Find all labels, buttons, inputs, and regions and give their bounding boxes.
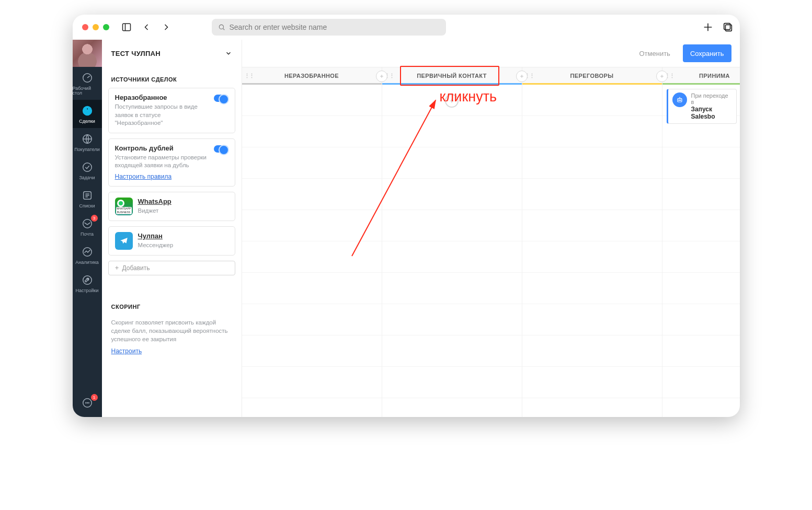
back-icon[interactable]: [139, 19, 154, 35]
address-placeholder: Search or enter website name: [230, 23, 327, 31]
duplicates-configure-link[interactable]: Настроить правила: [115, 173, 172, 180]
column-decision[interactable]: ⋮⋮ ПРИНИМА: [662, 67, 740, 84]
svg-point-17: [83, 276, 92, 285]
browser-window: Search or enter website name Рабочий сто…: [73, 15, 740, 417]
address-bar[interactable]: Search or enter website name: [212, 19, 446, 36]
nav-buyers[interactable]: Покупатели: [73, 128, 102, 156]
svg-rect-32: [678, 98, 682, 102]
scoring-section-label: СКОРИНГ: [102, 294, 242, 315]
save-button[interactable]: Сохранить: [683, 44, 731, 62]
unsorted-toggle[interactable]: [214, 95, 228, 102]
column-title: ПЕРЕГОВОРЫ: [570, 73, 614, 79]
browser-toolbar: Search or enter website name: [73, 15, 740, 40]
nav-label: Покупатели: [74, 147, 100, 152]
app-root: Рабочий стол Сделки Покупатели Задачи Сп…: [73, 40, 740, 417]
source-telegram[interactable]: Чулпан Мессенджер: [108, 226, 235, 256]
svg-point-34: [680, 100, 680, 100]
plus-icon: [114, 265, 120, 271]
svg-point-21: [88, 403, 89, 403]
scoring-configure-link[interactable]: Настроить: [111, 347, 142, 355]
card-title: Контроль дублей: [115, 144, 210, 152]
nav-mail[interactable]: 3 Почта: [73, 213, 102, 241]
mail-badge: 3: [91, 215, 98, 222]
nav-analytics[interactable]: Аналитика: [73, 241, 102, 269]
lane-negotiations: [522, 85, 662, 417]
nav-deals[interactable]: Сделки: [73, 100, 102, 128]
nav-label: Настройки: [75, 288, 98, 293]
card-desc: Поступившие запросы в виде заявок в стат…: [115, 103, 210, 128]
tabs-overview-icon[interactable]: [720, 19, 736, 35]
add-column-icon[interactable]: [516, 71, 528, 82]
deals-icon: [81, 104, 94, 118]
pipeline-settings-panel: ТЕСТ ЧУЛПАН ИСТОЧНИКИ СДЕЛОК Неразобранн…: [102, 40, 242, 417]
wrench-icon: [81, 273, 94, 287]
add-column-icon[interactable]: [376, 71, 387, 82]
nav-label: Списки: [79, 204, 95, 208]
analytics-icon: [81, 245, 94, 259]
nav-label: Сделки: [79, 119, 95, 124]
avatar[interactable]: [73, 40, 102, 67]
card-desc: Установите параметры проверки входящей з…: [115, 154, 210, 170]
add-column-icon[interactable]: [656, 71, 668, 82]
source-sub: Виджет: [138, 207, 171, 215]
nav-desktop[interactable]: Рабочий стол: [73, 67, 102, 100]
chevron-down-icon: [225, 50, 232, 57]
checkmark-circle-icon: [81, 160, 94, 174]
sources-section-label: ИСТОЧНИКИ СДЕЛОК: [102, 67, 242, 88]
nav-label: Рабочий стол: [73, 86, 102, 96]
robot-icon: [672, 92, 687, 107]
svg-point-10: [83, 163, 92, 172]
sidebar-toggle-icon[interactable]: [119, 19, 134, 35]
svg-point-15: [83, 219, 92, 228]
svg-point-2: [219, 25, 223, 29]
telegram-icon: [115, 232, 133, 250]
cancel-button[interactable]: Отменить: [632, 44, 677, 62]
pipeline-selector[interactable]: ТЕСТ ЧУЛПАН: [102, 40, 242, 67]
close-window-icon[interactable]: [82, 24, 88, 30]
nav-label: Почта: [81, 232, 94, 237]
globe-icon: [81, 132, 94, 146]
board-body: При переходе в Запуск Salesbo кликнуть: [242, 85, 740, 417]
top-actions: Отменить Сохранить: [242, 40, 740, 67]
gauge-icon: [81, 71, 94, 85]
left-nav: Рабочий стол Сделки Покупатели Задачи Сп…: [73, 40, 102, 417]
source-sub: Мессенджер: [138, 241, 174, 250]
new-tab-icon[interactable]: [700, 19, 716, 35]
duplicates-toggle[interactable]: [214, 145, 228, 153]
add-card-button[interactable]: [445, 94, 459, 108]
lane-decision: При переходе в Запуск Salesbo: [662, 85, 740, 417]
svg-point-20: [87, 403, 87, 403]
pipeline-title: ТЕСТ ЧУЛПАН: [111, 50, 161, 57]
column-primary-contact[interactable]: ⋮⋮ ПЕРВИЧНЫЙ КОНТАКТ: [382, 67, 522, 84]
svg-line-3: [223, 29, 224, 30]
scoring-desc: Скоринг позволяет присвоить каждой сделк…: [111, 318, 232, 343]
automation-card[interactable]: При переходе в Запуск Salesbo: [667, 89, 737, 124]
card-line1: При переходе в: [691, 92, 732, 105]
add-source-button[interactable]: Добавить: [108, 261, 235, 275]
svg-point-19: [85, 403, 86, 403]
column-title: НЕРАЗОБРАННОЕ: [284, 73, 339, 79]
card-duplicates: Контроль дублей Установите параметры про…: [108, 138, 235, 187]
card-unsorted: Неразобранное Поступившие запросы в виде…: [108, 88, 235, 133]
scoring-block: Скоринг позволяет присвоить каждой сделк…: [102, 315, 242, 355]
nav-lists[interactable]: Списки: [73, 184, 102, 213]
column-title: ПЕРВИЧНЫЙ КОНТАКТ: [417, 73, 487, 79]
column-negotiations[interactable]: ⋮⋮ ПЕРЕГОВОРЫ: [522, 67, 662, 84]
minimize-window-icon[interactable]: [93, 24, 99, 30]
forward-icon[interactable]: [158, 19, 174, 35]
card-line2: Запуск Salesbo: [691, 106, 732, 120]
nav-tasks[interactable]: Задачи: [73, 156, 102, 184]
lane-primary-contact: [382, 85, 522, 417]
add-label: Добавить: [122, 264, 150, 272]
column-unsorted[interactable]: ⋮⋮ НЕРАЗОБРАННОЕ: [242, 67, 382, 84]
card-title: Неразобранное: [115, 94, 210, 101]
drag-handle-icon[interactable]: ⋮⋮: [244, 73, 254, 79]
search-icon: [218, 24, 225, 31]
source-whatsapp[interactable]: WHATSAPP BUSINESS WhatsApp Виджет: [108, 192, 235, 221]
nav-chat[interactable]: 1: [73, 392, 102, 417]
svg-rect-6: [725, 25, 731, 31]
nav-settings[interactable]: Настройки: [73, 269, 102, 297]
chat-badge: 1: [91, 394, 98, 401]
maximize-window-icon[interactable]: [103, 24, 109, 30]
board-main: Отменить Сохранить ⋮⋮ НЕРАЗОБРАННОЕ ⋮⋮ П…: [242, 40, 740, 417]
